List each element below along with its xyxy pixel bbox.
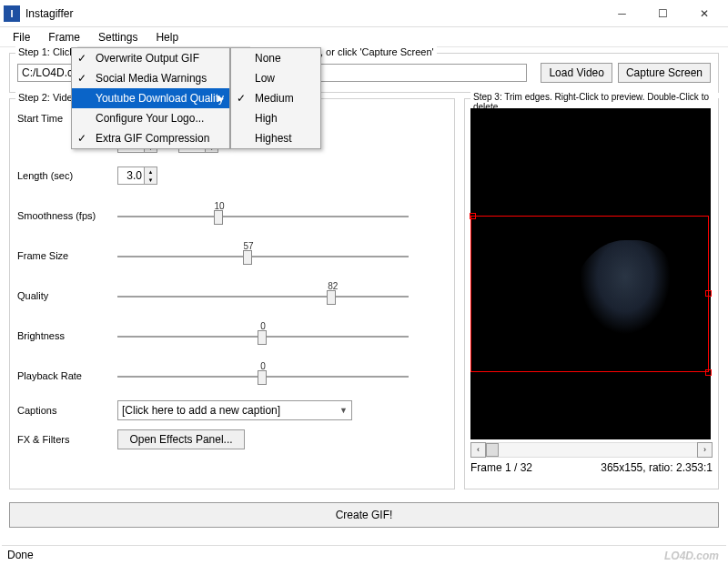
crop-rectangle[interactable] bbox=[470, 216, 709, 372]
minimize-button[interactable]: ─ bbox=[602, 1, 642, 26]
menu-configure-logo[interactable]: Configure Your Logo... bbox=[72, 108, 229, 128]
submenu-arrow-icon: ▶ bbox=[217, 94, 224, 103]
framesize-label: Frame Size bbox=[17, 250, 117, 261]
menu-file[interactable]: File bbox=[4, 29, 39, 45]
length-label: Length (sec) bbox=[17, 170, 117, 181]
quality-label: Quality bbox=[17, 290, 117, 301]
load-video-button[interactable]: Load Video bbox=[541, 63, 612, 83]
step1-legend-prefix: Step 1: Click bbox=[15, 46, 77, 57]
frame-counter: Frame 1 / 32 bbox=[470, 461, 532, 474]
status-bar: Done bbox=[2, 545, 726, 563]
quality-medium[interactable]: ✓Medium bbox=[231, 88, 320, 108]
crop-handle-br[interactable] bbox=[705, 369, 712, 376]
quality-none[interactable]: None bbox=[231, 48, 320, 68]
menu-social-warnings[interactable]: ✓Social Media Warnings bbox=[72, 68, 229, 88]
crop-handle-r[interactable] bbox=[705, 290, 712, 297]
fx-label: FX & Filters bbox=[17, 434, 117, 445]
menu-frame[interactable]: Frame bbox=[39, 29, 89, 45]
step2-group: Step 2: Video Start Time ▲▼ : ▲▼ : Lengt… bbox=[9, 98, 455, 489]
length-spinner[interactable]: ▲▼ bbox=[117, 166, 157, 185]
quality-slider[interactable]: 82 bbox=[117, 283, 409, 308]
window-title: Instagiffer bbox=[25, 7, 602, 20]
menu-overwrite-gif[interactable]: ✓Overwrite Output GIF bbox=[72, 48, 229, 68]
youtube-quality-submenu: None Low ✓Medium High Highest bbox=[230, 47, 321, 149]
watermark: LO4D.com bbox=[664, 550, 719, 562]
check-icon: ✓ bbox=[77, 72, 86, 85]
quality-low[interactable]: Low bbox=[231, 68, 320, 88]
preview-canvas[interactable] bbox=[470, 108, 711, 439]
capture-screen-button[interactable]: Capture Screen bbox=[618, 63, 711, 83]
menu-extra-compression[interactable]: ✓Extra GIF Compression bbox=[72, 128, 229, 148]
captions-dropdown[interactable]: [Click here to add a new caption] ▼ bbox=[117, 400, 352, 420]
check-icon: ✓ bbox=[77, 52, 86, 65]
playback-label: Playback Rate bbox=[17, 370, 117, 381]
quality-high[interactable]: High bbox=[231, 108, 320, 128]
step3-group: Step 3: Trim edges. Right-Click to previ… bbox=[464, 98, 719, 489]
smoothness-slider[interactable]: 10 bbox=[117, 203, 409, 228]
menu-youtube-quality[interactable]: Youtube Download Quality▶ bbox=[72, 88, 229, 108]
frame-scrollbar[interactable]: ‹ › bbox=[470, 441, 713, 458]
settings-menu-popup: ✓Overwrite Output GIF ✓Social Media Warn… bbox=[71, 47, 230, 149]
scroll-left-button[interactable]: ‹ bbox=[470, 442, 486, 458]
app-icon: I bbox=[4, 5, 20, 22]
status-text: Done bbox=[7, 549, 34, 561]
maximize-button[interactable]: ☐ bbox=[642, 1, 683, 26]
open-effects-button[interactable]: Open Effects Panel... bbox=[117, 429, 245, 449]
ratio-info: 365x155, ratio: 2.353:1 bbox=[601, 461, 713, 474]
quality-highest[interactable]: Highest bbox=[231, 128, 320, 148]
framesize-slider[interactable]: 57 bbox=[117, 243, 409, 268]
brightness-slider[interactable]: 0 bbox=[117, 323, 409, 348]
menu-settings[interactable]: Settings bbox=[89, 29, 147, 45]
close-button[interactable]: ✕ bbox=[683, 1, 724, 26]
menu-help[interactable]: Help bbox=[147, 29, 187, 45]
crop-handle-tl[interactable] bbox=[470, 213, 476, 219]
check-icon: ✓ bbox=[77, 132, 86, 145]
captions-label: Captions bbox=[17, 405, 117, 416]
title-bar: I Instagiffer ─ ☐ ✕ bbox=[0, 0, 728, 27]
smoothness-label: Smoothness (fps) bbox=[17, 210, 117, 221]
create-gif-button[interactable]: Create GIF! bbox=[9, 502, 719, 528]
scroll-right-button[interactable]: › bbox=[697, 442, 713, 458]
scroll-thumb[interactable] bbox=[486, 443, 499, 457]
brightness-label: Brightness bbox=[17, 330, 117, 341]
check-icon: ✓ bbox=[237, 92, 246, 105]
chevron-down-icon: ▼ bbox=[339, 406, 348, 415]
playback-slider[interactable]: 0 bbox=[117, 363, 409, 388]
menu-bar: File Frame Settings Help bbox=[0, 27, 728, 47]
